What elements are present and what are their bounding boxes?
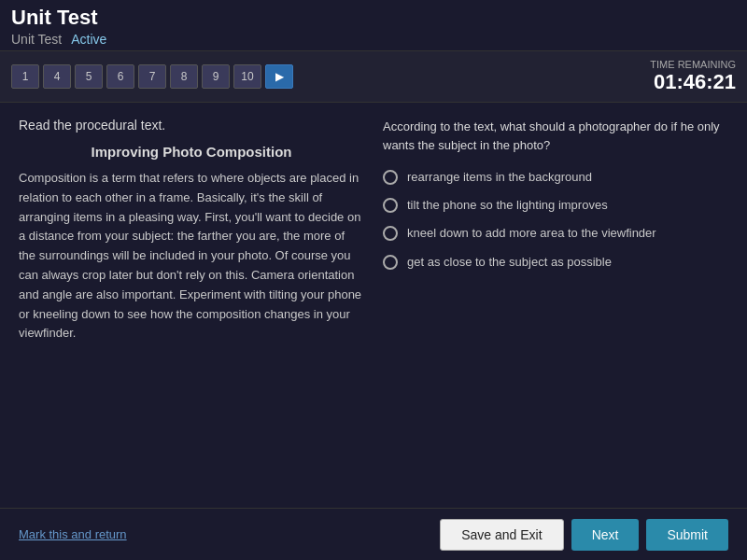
main-content: Read the procedural text. Improving Phot… [0,103,747,532]
timer-value: 01:46:21 [650,70,736,94]
tab-q1[interactable]: 1 [11,64,39,89]
answer-option-d[interactable]: get as close to the subject as possible [383,254,728,271]
answer-label-c: kneel down to add more area to the viewf… [407,225,656,242]
answer-option-c[interactable]: kneel down to add more area to the viewf… [383,225,728,242]
radio-d[interactable] [383,255,398,270]
tab-q7[interactable]: 7 [138,64,166,89]
header: Unit Test Unit Test Active [0,0,747,51]
radio-a[interactable] [383,170,398,185]
tab-q5[interactable]: 5 [75,64,103,89]
save-exit-button[interactable]: Save and Exit [440,519,563,551]
answer-option-a[interactable]: rearrange items in the background [383,169,728,186]
radio-c[interactable] [383,226,398,241]
right-panel: According to the text, what should a pho… [383,118,728,517]
tab-q6[interactable]: 6 [106,64,134,89]
timer-label: TIME REMAINING [650,59,736,70]
answer-label-a: rearrange items in the background [407,169,592,186]
tab-next-arrow[interactable]: ▶ [265,64,293,89]
passage-text: Composition is a term that refers to whe… [19,169,364,343]
tab-q10[interactable]: 10 [233,64,261,89]
page-title: Unit Test [11,6,736,30]
answer-label-b: tilt the phone so the lighting improves [407,197,608,214]
mark-return-link[interactable]: Mark this and return [19,527,127,541]
tab-q4[interactable]: 4 [43,64,71,89]
header-subtitle: Unit Test Active [11,32,736,47]
answer-option-b[interactable]: tilt the phone so the lighting improves [383,197,728,214]
answer-label-d: get as close to the subject as possible [407,254,612,271]
radio-b[interactable] [383,198,398,213]
tab-q8[interactable]: 8 [170,64,198,89]
navbar: 1 4 5 6 7 8 9 10 ▶ TIME REMAINING 01:46:… [0,51,747,103]
footer: Mark this and return Save and Exit Next … [0,508,747,560]
tab-q9[interactable]: 9 [202,64,230,89]
footer-buttons: Save and Exit Next Submit [440,519,728,551]
read-instruction: Read the procedural text. [19,118,364,133]
submit-button[interactable]: Submit [646,519,728,551]
left-panel: Read the procedural text. Improving Phot… [19,118,364,517]
timer: TIME REMAINING 01:46:21 [650,59,736,94]
passage-title: Improving Photo Composition [19,144,364,160]
next-button[interactable]: Next [571,519,640,551]
status-badge: Active [71,32,106,47]
question-text: According to the text, what should a pho… [383,118,728,154]
breadcrumb: Unit Test [11,32,62,47]
question-tabs: 1 4 5 6 7 8 9 10 ▶ [11,64,293,89]
